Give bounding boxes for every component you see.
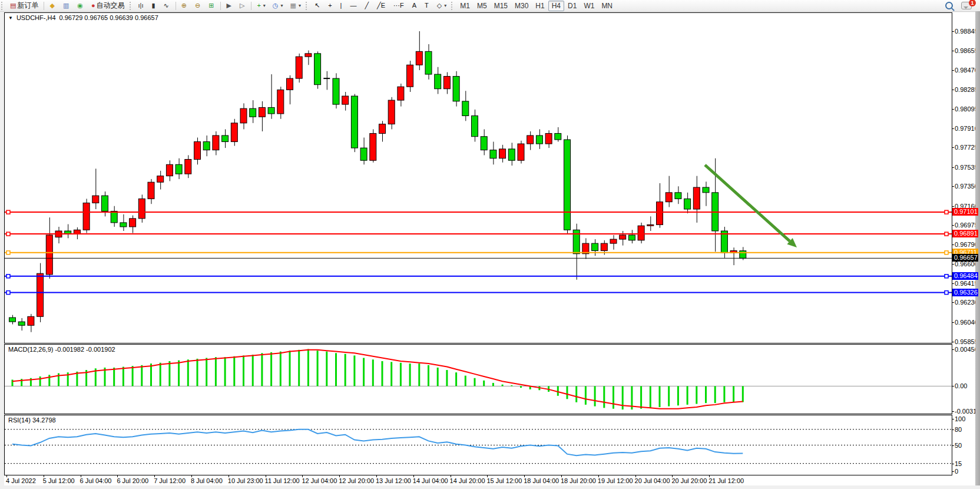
auto-trading-button[interactable]: ●自动交易 — [88, 0, 128, 11]
line-chart-icon: ∿ — [164, 1, 169, 11]
time-tick — [6, 475, 7, 477]
candle — [250, 108, 256, 117]
candle — [628, 235, 635, 240]
rsi-plot — [5, 415, 952, 475]
new-order-button[interactable]: ▤新订单 — [7, 0, 41, 11]
rsi-tick-label: 100 — [955, 415, 965, 422]
timeframe-m30[interactable]: M30 — [511, 1, 532, 11]
timeframe-h4[interactable]: H4 — [548, 1, 564, 11]
candle — [370, 133, 376, 160]
candle — [130, 219, 136, 227]
indicators-button[interactable]: +▾ — [254, 0, 268, 11]
price-axis[interactable]: 0.988450.986550.984700.982850.980950.979… — [952, 12, 975, 475]
candle — [83, 203, 90, 230]
candle — [647, 224, 654, 226]
toolbar-grip — [306, 2, 310, 10]
time-tick-label: 20 Jul 04:00 — [635, 477, 670, 484]
new-order-icon: ▤ — [10, 1, 16, 11]
time-tick-label: 18 Jul 04:00 — [524, 477, 559, 484]
price-tick-label: 0.95855 — [955, 338, 978, 345]
toolbar-separator — [176, 2, 176, 10]
chevron-down-icon[interactable]: ▼ — [8, 15, 13, 21]
zoom-in-button[interactable]: ⊕ — [178, 0, 191, 11]
time-axis[interactable]: 4 Jul 20225 Jul 12:006 Jul 04:006 Jul 20… — [4, 475, 975, 485]
chat-icon[interactable]: 1 — [961, 2, 972, 9]
candle — [490, 150, 496, 158]
time-tick-label: 6 Jul 20:00 — [117, 477, 148, 484]
time-tick-label: 12 Jul 20:00 — [339, 477, 374, 484]
chart-title: ▼ USDCHF-,H4 0.96729 0.96765 0.96639 0.9… — [8, 14, 158, 21]
timeframe-w1[interactable]: W1 — [580, 1, 598, 11]
trendline-button[interactable]: ╱ — [362, 0, 373, 11]
candle — [185, 159, 191, 174]
time-tick — [117, 475, 118, 477]
auto-scroll-button[interactable]: ▶ — [223, 0, 235, 11]
toolbar-grip — [1, 2, 5, 10]
tile-windows-button[interactable]: ⊞ — [206, 0, 218, 11]
periods-button[interactable]: ◷▾ — [270, 0, 286, 11]
macd-indicator-panel[interactable]: MACD(12,26,9) -0.001982 -0.001902 — [4, 344, 952, 414]
price-tick-label: 0.96975 — [955, 222, 978, 229]
dropdown-arrow-icon[interactable]: ▾ — [280, 3, 283, 8]
time-tick — [451, 475, 451, 477]
candle — [342, 96, 349, 104]
rsi-indicator-panel[interactable]: RSI(14) 34.2798 — [4, 415, 952, 475]
text-label-icon: T — [425, 1, 429, 11]
candle — [46, 235, 52, 275]
signals-icon: ◉ — [77, 1, 83, 11]
price-tick-label: 0.97725 — [955, 144, 978, 151]
vertical-line-button[interactable]: | — [337, 0, 346, 11]
label-button[interactable]: T — [422, 0, 433, 11]
price-tick-label: 0.97350 — [955, 183, 978, 190]
time-tick — [709, 475, 710, 477]
time-tick-label: 10 Jul 23:00 — [228, 477, 263, 484]
rsi-tick-label: 0 — [955, 468, 958, 475]
candle — [472, 116, 478, 137]
candle — [388, 100, 395, 124]
data-window-button[interactable]: ▥ — [60, 0, 73, 11]
candles-chart-button[interactable]: ▮ — [149, 0, 160, 11]
macd-tick-label: 0.00 — [955, 382, 967, 389]
timeframe-m1[interactable]: M1 — [456, 1, 474, 11]
timeframe-h4-label: H4 — [552, 2, 561, 10]
horizontal-line-button[interactable]: — — [347, 0, 360, 11]
zoom-out-button[interactable]: ⊖ — [192, 0, 204, 11]
dropdown-arrow-icon[interactable]: ▾ — [299, 3, 301, 8]
dropdown-arrow-icon[interactable]: ▾ — [444, 3, 446, 8]
candle — [545, 133, 552, 144]
timeframe-mn-label: MN — [601, 2, 612, 10]
candle — [453, 77, 459, 101]
fibonacci-button[interactable]: ⋯F — [390, 0, 408, 11]
signals-button[interactable]: ◉ — [74, 0, 87, 11]
candle — [277, 90, 284, 114]
timeframe-m5[interactable]: M5 — [474, 1, 491, 11]
time-tick-label: 13 Jul 12:00 — [376, 477, 411, 484]
line-chart-button[interactable]: ∿ — [161, 0, 173, 11]
new-order-button-label: 新订单 — [17, 1, 38, 11]
fibonacci-icon: ⋯F — [393, 1, 404, 11]
templates-button[interactable]: ▦▾ — [287, 0, 303, 11]
candle — [601, 243, 607, 250]
crosshair-button[interactable]: + — [325, 0, 336, 11]
cursor-button[interactable]: ↖ — [312, 0, 324, 11]
search-icon[interactable] — [945, 2, 953, 9]
chart-shift-button[interactable]: ▷ — [237, 0, 249, 11]
channel-button[interactable]: ╱E — [374, 0, 389, 11]
dropdown-arrow-icon[interactable]: ▾ — [263, 3, 266, 8]
timeframe-m5-label: M5 — [477, 2, 487, 10]
time-tick-label: 20 Jul 20:00 — [671, 477, 707, 484]
candle — [92, 196, 99, 203]
time-tick — [44, 475, 44, 477]
candle — [176, 164, 182, 174]
main-toolbar: ▤新订单◆▥◉●自动交易ı|ı▮∿⊕⊖⊞▶▷+▾◷▾▦▾↖+|—╱╱E⋯FAT◇… — [0, 0, 980, 12]
timeframe-d1[interactable]: D1 — [564, 1, 580, 11]
bars-chart-button[interactable]: ı|ı — [135, 0, 148, 11]
time-tick — [81, 475, 81, 477]
timeframe-m15[interactable]: M15 — [491, 1, 511, 11]
arrows-button[interactable]: ◇▾ — [434, 0, 449, 11]
timeframe-mn[interactable]: MN — [598, 1, 616, 11]
text-button[interactable]: A — [409, 0, 421, 11]
market-watch-button[interactable]: ◆ — [47, 0, 58, 11]
timeframe-h1[interactable]: H1 — [532, 1, 548, 11]
price-chart-panel[interactable]: ▼ USDCHF-,H4 0.96729 0.96765 0.96639 0.9… — [4, 12, 952, 343]
